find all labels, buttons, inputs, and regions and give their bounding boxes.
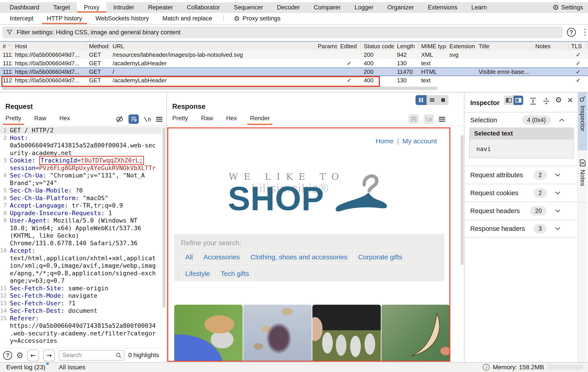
gear-icon[interactable]: ⚙ [555, 96, 562, 104]
menu-tab-decoder[interactable]: Decoder [270, 2, 307, 12]
newline-icon[interactable]: \n [144, 116, 151, 123]
selection-section-header[interactable]: Selection 4 (0x4) [464, 113, 578, 127]
eye-slash-icon[interactable] [116, 116, 124, 123]
pause-layout-icon[interactable] [416, 95, 427, 105]
column-header-host[interactable]: Host [12, 43, 86, 49]
expand-vertical-icon[interactable] [529, 97, 537, 105]
table-row[interactable]: 1112https://0a5b0066049d7...GET/academyL… [0, 59, 588, 67]
sub-tab-websockets-history[interactable]: WebSockets history [89, 13, 156, 24]
column-header-extension[interactable]: Extension [447, 43, 476, 49]
sub-tab-http-history[interactable]: HTTP history [40, 13, 89, 24]
code-line-text: ange;v=b3;q=0.7 [9, 277, 64, 285]
code-line-text: e/apng,*/*;q=0.8,application/signed-exch [9, 269, 156, 277]
help-circle-icon[interactable]: ? [3, 351, 12, 360]
panel-left-icon[interactable] [504, 96, 514, 105]
code-line-text: 10.0; Win64; x64) AppleWebKit/537.36 [9, 224, 141, 232]
category-button-clothing-shoes-and-accessories[interactable]: Clothing, shoes and accessories [246, 251, 352, 264]
menu-tab-learn[interactable]: Learn [464, 2, 494, 12]
menu-icon[interactable] [156, 117, 162, 122]
table-row[interactable]: 1122https://0a5b0066049d7...GET/academyL… [0, 76, 588, 85]
column-header-url[interactable]: URL [110, 43, 315, 49]
notification-dot [46, 362, 49, 365]
search-input[interactable] [59, 350, 124, 361]
note-document-icon [579, 159, 586, 167]
column-header-method[interactable]: Method [86, 43, 110, 49]
cell: HTML [419, 68, 447, 75]
request-tab-pretty[interactable]: Pretty [5, 115, 21, 125]
menu-tab-comparer[interactable]: Comparer [307, 2, 347, 12]
newline-icon[interactable]: \n [424, 114, 434, 124]
event-log-button[interactable]: Event log (23) [6, 364, 45, 371]
arrow-right-icon[interactable]: → [43, 350, 55, 361]
menu-tab-collaborator[interactable]: Collaborator [180, 2, 227, 12]
response-tab-hex[interactable]: Hex [226, 115, 237, 125]
product-image-cans[interactable] [312, 305, 381, 362]
category-button-accessories[interactable]: Accessories [199, 251, 244, 264]
proxy-settings-button[interactable]: ⚙ Proxy settings [228, 13, 286, 24]
table-horizontal-scrollbar[interactable] [2, 87, 438, 90]
request-scrollbar[interactable] [163, 127, 166, 308]
info-circle-icon[interactable]: i [483, 364, 490, 371]
menu-icon[interactable] [439, 117, 445, 122]
table-row[interactable]: 1113https://0a5b0066049d7...GET/20011470… [0, 67, 588, 76]
menu-tab-repeater[interactable]: Repeater [141, 2, 180, 12]
kebab-vertical-icon[interactable]: ⋮ [581, 27, 588, 37]
inspector-section-request-headers[interactable]: Request headers20 [464, 202, 578, 220]
menu-tab-target[interactable]: Target [46, 2, 77, 12]
request-tab-hex[interactable]: Hex [59, 115, 70, 125]
code-text: urity-academy.net [10, 149, 72, 156]
strip-tab-notes[interactable]: Notes [578, 158, 587, 202]
menu-tab-dashboard[interactable]: Dashboard [3, 2, 46, 12]
sub-tab-intercept[interactable]: Intercept [3, 13, 40, 24]
column-header-tls[interactable]: TLS [568, 43, 588, 49]
column-header-title[interactable]: Title [476, 43, 533, 49]
rows-layout-icon[interactable] [427, 95, 438, 105]
category-button-lifestyle[interactable]: Lifestyle [181, 267, 214, 280]
all-issues-button[interactable]: All issues [59, 364, 85, 371]
word-wrap-icon[interactable] [408, 114, 419, 124]
collapse-vertical-icon[interactable] [543, 97, 550, 105]
sub-tab-match-and-replace[interactable]: Match and replace [156, 13, 219, 24]
single-layout-icon[interactable] [438, 95, 449, 105]
home-link[interactable]: Home [376, 137, 394, 145]
settings-button[interactable]: ⚙ Settings [548, 2, 588, 12]
gear-icon[interactable]: ⚙ [16, 351, 23, 360]
menu-tab-extensions[interactable]: Extensions [421, 2, 464, 12]
strip-tab-inspector[interactable]: Inspector [578, 92, 587, 150]
table-row[interactable]: 1111https://0a5b0066049d7...GET/resource… [0, 51, 588, 59]
category-button-corporate-gifts[interactable]: Corporate gifts [354, 251, 407, 264]
menu-tab-logger[interactable]: Logger [347, 2, 380, 12]
response-scrollbar[interactable] [461, 135, 463, 265]
help-icon[interactable]: ? [567, 28, 576, 37]
column-header-notes[interactable]: Notes [533, 43, 568, 49]
my-account-link[interactable]: My account [402, 137, 437, 145]
menu-tab-intruder[interactable]: Intruder [106, 2, 141, 12]
panel-right-icon[interactable] [514, 96, 523, 105]
response-tab-pretty[interactable]: Pretty [172, 115, 188, 125]
inspector-section-request-cookies[interactable]: Request cookies2 [464, 184, 578, 202]
menu-tab-organizer[interactable]: Organizer [380, 2, 421, 12]
inspector-section-response-headers[interactable]: Response headers3 [464, 220, 578, 238]
column-header-length[interactable]: Length [394, 43, 419, 49]
response-tab-render[interactable]: Render [250, 115, 270, 125]
filter-settings-bar[interactable]: Filter settings: Hiding CSS, image and g… [2, 26, 563, 38]
product-image-books[interactable] [243, 305, 312, 362]
request-tab-raw[interactable]: Raw [34, 115, 46, 125]
arrow-left-icon[interactable]: ← [27, 350, 39, 361]
close-icon[interactable]: ✕ [567, 96, 573, 105]
product-image-beanbag[interactable] [174, 305, 243, 362]
column-header-num[interactable]: #^ [0, 43, 12, 49]
inspector-section-request-attributes[interactable]: Request attributes2 [464, 166, 578, 184]
column-header-status-code[interactable]: Status code [361, 43, 394, 49]
column-header-params[interactable]: Params [315, 43, 337, 49]
menu-tab-sequencer[interactable]: Sequencer [227, 2, 270, 12]
column-header-edited[interactable]: Edited [337, 43, 361, 49]
category-button-all[interactable]: All [181, 251, 197, 264]
response-tab-raw[interactable]: Raw [201, 115, 213, 125]
category-button-tech-gifts[interactable]: Tech gifts [216, 267, 253, 280]
word-wrap-icon[interactable] [128, 114, 139, 124]
product-image-grin[interactable] [381, 305, 450, 362]
menu-tab-proxy[interactable]: Proxy [77, 2, 106, 12]
cell: 1122 [0, 77, 12, 84]
column-header-mime-type[interactable]: MIME type [419, 43, 447, 49]
